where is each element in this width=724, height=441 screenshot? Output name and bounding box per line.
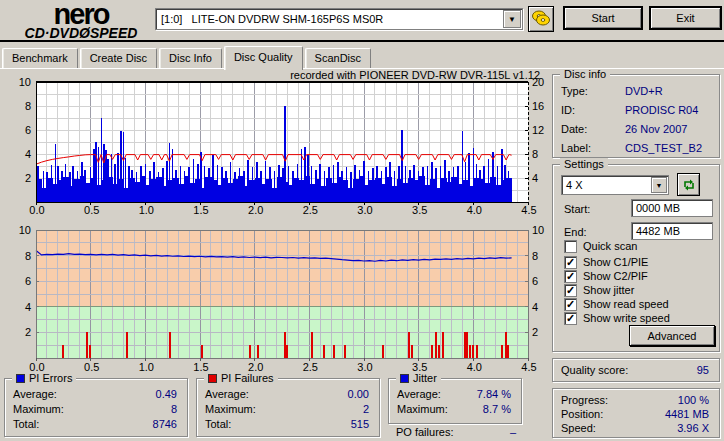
tab-bar: Benchmark Create Disc Disc Info Disc Qua… xyxy=(2,46,373,68)
checkbox-show-jitter[interactable]: ✓Show jitter xyxy=(564,283,634,297)
tab-create-disc[interactable]: Create Disc xyxy=(80,48,157,68)
svg-text:10: 10 xyxy=(19,76,31,88)
svg-text:4.5: 4.5 xyxy=(521,361,536,373)
checkbox-label: Show C2/PIF xyxy=(583,270,648,282)
logo-cdvdspeed-text: CD·DVDØSPEED xyxy=(6,26,156,40)
checkbox-quick-scan[interactable]: Quick scan xyxy=(564,239,637,253)
refresh-button[interactable] xyxy=(677,173,700,196)
svg-text:4: 4 xyxy=(532,301,538,313)
speed-value: 3.96 X xyxy=(677,422,709,434)
tab-disc-quality[interactable]: Disc Quality xyxy=(224,46,303,70)
checkbox-box[interactable]: ✓ xyxy=(564,256,577,269)
svg-text:1.0: 1.0 xyxy=(139,361,154,373)
svg-text:2.5: 2.5 xyxy=(303,361,318,373)
disc-info-title: Disc info xyxy=(564,68,606,80)
checkbox-show-c1-pie[interactable]: ✓Show C1/PIE xyxy=(564,255,648,269)
svg-text:0.5: 0.5 xyxy=(84,204,99,216)
position-value: 4481 MB xyxy=(665,408,709,420)
svg-text:16: 16 xyxy=(532,100,544,112)
pi-failures-stats-panel: PI Failures Average:0.00 Maximum:2 Total… xyxy=(196,378,380,437)
checkbox-show-write-speed[interactable]: ✓Show write speed xyxy=(564,311,670,325)
start-field[interactable]: 0000 MB xyxy=(631,199,713,217)
svg-text:4.0: 4.0 xyxy=(467,204,482,216)
chevron-down-icon[interactable]: ▼ xyxy=(503,10,521,28)
pi-errors-stats-title: PI Errors xyxy=(29,372,72,384)
progress-value: 100 % xyxy=(678,394,709,406)
disc-date-label: Date: xyxy=(561,123,587,135)
disc-label-label: Label: xyxy=(561,142,591,154)
svg-text:3.0: 3.0 xyxy=(357,361,372,373)
progress-panel: Progress:100 % Position:4481 MB Speed:3.… xyxy=(552,388,720,438)
end-field[interactable]: 4482 MB xyxy=(631,222,713,240)
stat-label: Maximum: xyxy=(397,403,448,415)
svg-text:6: 6 xyxy=(25,124,31,136)
svg-text:3.0: 3.0 xyxy=(357,204,372,216)
checkbox-label: Quick scan xyxy=(583,240,637,252)
checkbox-box[interactable] xyxy=(564,240,577,253)
svg-text:4.0: 4.0 xyxy=(467,361,482,373)
stat-value: 7.84 % xyxy=(477,388,511,400)
svg-text:4.5: 4.5 xyxy=(521,204,536,216)
checkbox-label: Show read speed xyxy=(583,298,669,310)
checkbox-box[interactable]: ✓ xyxy=(564,270,577,283)
quality-score-label: Quality score: xyxy=(561,364,628,376)
stat-value: 8746 xyxy=(153,418,177,430)
advanced-button[interactable]: Advanced xyxy=(629,325,715,346)
quality-score-panel: Quality score:95 xyxy=(552,358,720,382)
checkbox-box[interactable]: ✓ xyxy=(564,312,577,325)
jitter-stats-panel: Jitter Average:7.84 % Maximum:8.7 % xyxy=(388,378,522,424)
chevron-down-icon[interactable]: ▼ xyxy=(651,177,667,193)
tab-scandisc[interactable]: ScanDisc xyxy=(305,48,371,68)
position-label: Position: xyxy=(561,408,603,420)
stat-label: Total: xyxy=(205,418,231,430)
jitter-chart: 2468102468100.00.51.01.52.02.53.03.54.04… xyxy=(2,222,548,374)
svg-text:8: 8 xyxy=(532,250,538,262)
svg-text:3.5: 3.5 xyxy=(412,204,427,216)
eject-disc-button[interactable] xyxy=(528,6,554,32)
svg-text:10: 10 xyxy=(532,224,544,236)
checkbox-label: Show write speed xyxy=(583,312,670,324)
speed-label: Speed: xyxy=(561,422,596,434)
end-field-label: End: xyxy=(564,226,587,238)
tab-benchmark[interactable]: Benchmark xyxy=(2,48,78,68)
pi-errors-legend-swatch xyxy=(16,374,25,383)
stat-value: 2 xyxy=(363,403,369,415)
start-field-label: Start: xyxy=(564,203,590,215)
stat-label: Average: xyxy=(13,388,57,400)
po-failures-row: PO failures: – xyxy=(396,426,516,439)
disc-label-value: CDS_TEST_B2 xyxy=(625,142,702,154)
disc-type-value: DVD+R xyxy=(625,85,663,97)
svg-text:2: 2 xyxy=(25,326,31,338)
po-failures-label: PO failures: xyxy=(396,426,453,438)
quality-score-value: 95 xyxy=(697,364,709,376)
checkbox-label: Show C1/PIE xyxy=(583,256,648,268)
checkbox-show-c2-pif[interactable]: ✓Show C2/PIF xyxy=(564,269,648,283)
svg-text:0.5: 0.5 xyxy=(84,361,99,373)
exit-button[interactable]: Exit xyxy=(649,6,722,30)
svg-text:0.0: 0.0 xyxy=(29,204,44,216)
pi-errors-stats-panel: PI Errors Average:0.49 Maximum:8 Total:8… xyxy=(4,378,188,437)
drive-selector[interactable]: [1:0] LITE-ON DVDRW SHM-165P6S MS0R ▼ xyxy=(155,8,523,30)
svg-text:12: 12 xyxy=(532,124,544,136)
svg-text:2.5: 2.5 xyxy=(303,204,318,216)
pi-failures-stats-title: PI Failures xyxy=(221,372,274,384)
start-button[interactable]: Start xyxy=(563,6,643,30)
checkbox-show-read-speed[interactable]: ✓Show read speed xyxy=(564,297,669,311)
refresh-icon xyxy=(682,178,696,192)
stat-label: Total: xyxy=(13,418,39,430)
stat-value: 8 xyxy=(171,403,177,415)
tab-disc-info[interactable]: Disc Info xyxy=(159,48,222,68)
stat-value: 8.7 % xyxy=(483,403,511,415)
checkbox-box[interactable]: ✓ xyxy=(564,284,577,297)
stat-label: Maximum: xyxy=(205,403,256,415)
tab-page-edge xyxy=(0,68,724,69)
stat-label: Average: xyxy=(397,388,441,400)
nero-logo: nero CD·DVDØSPEED xyxy=(6,2,156,40)
po-failures-value: – xyxy=(510,426,516,438)
svg-text:10: 10 xyxy=(19,224,31,236)
progress-label: Progress: xyxy=(561,394,608,406)
speed-select[interactable]: 4 X ▼ xyxy=(561,175,669,195)
drive-selector-value: [1:0] LITE-ON DVDRW SHM-165P6S MS0R xyxy=(156,13,503,25)
checkbox-box[interactable]: ✓ xyxy=(564,298,577,311)
svg-text:4: 4 xyxy=(25,301,31,313)
